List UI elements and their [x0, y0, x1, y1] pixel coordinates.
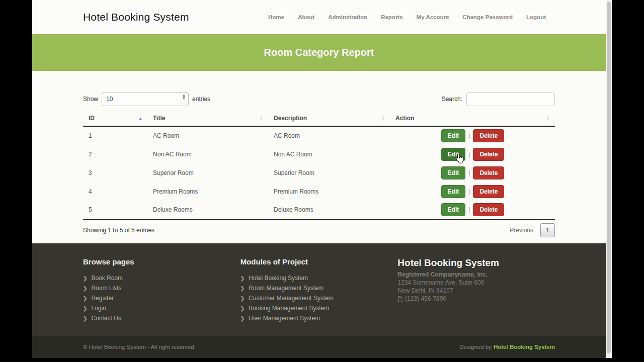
footer-phone: P: (123) 456-7890: [397, 295, 555, 303]
sort-both-icon: ▲▼: [546, 116, 550, 121]
nav-change-password[interactable]: Change Password: [462, 14, 513, 20]
action-separator: |: [468, 132, 470, 139]
cell-action: Edit|Delete: [390, 201, 555, 219]
footer-link-customer-management[interactable]: ❯Customer Management System: [240, 293, 398, 303]
sort-both-icon: ▲▼: [260, 116, 263, 121]
footer-link-contact-us[interactable]: ❯Contact Us: [83, 313, 240, 323]
footer-link-hotel-booking-system[interactable]: ❯Hotel Booking System: [240, 273, 398, 283]
chevron-right-icon: ❯: [83, 296, 87, 301]
delete-button[interactable]: Delete: [473, 148, 504, 161]
designer-link[interactable]: Hotel Booking System: [494, 344, 555, 350]
entries-select[interactable]: 10: [102, 92, 189, 106]
cell-id: 1: [83, 126, 147, 145]
copyright-text: © Hotel Booking System - All right reser…: [83, 344, 194, 350]
edit-button[interactable]: Edit: [441, 129, 466, 142]
chevron-right-icon: ❯: [83, 306, 87, 311]
action-separator: |: [468, 169, 470, 176]
cell-action: Edit|Delete: [390, 163, 555, 182]
entries-label: entries: [192, 96, 210, 103]
cell-title: AC Room: [147, 126, 268, 145]
sort-asc-icon: ▲: [138, 116, 142, 121]
table-footer: Showing 1 to 5 of 5 entries Previous 1: [83, 222, 555, 238]
chevron-right-icon: ❯: [240, 286, 245, 291]
delete-button[interactable]: Delete: [473, 129, 504, 142]
show-label: Show: [83, 96, 98, 103]
scrollbar-thumb[interactable]: [607, 2, 611, 353]
cell-action: Edit|Delete: [390, 145, 555, 163]
chevron-right-icon: ❯: [240, 316, 245, 321]
column-header-action[interactable]: Action▲▼: [390, 112, 555, 126]
table-header-row: ID▲ Title▲▼ Description▲▼ Action▲▼: [83, 112, 555, 126]
footer-link-room-lists[interactable]: ❯Room Lists: [83, 283, 240, 293]
footer-company-title: Hotel Booking System: [397, 257, 555, 268]
nav-my-account[interactable]: My Account: [417, 14, 449, 20]
chevron-right-icon: ❯: [83, 286, 87, 291]
search-label: Search:: [442, 96, 462, 103]
copyright-bar: © Hotel Booking System - All right reser…: [32, 336, 606, 358]
footer-link-booking-management[interactable]: ❯Booking Management System: [240, 303, 398, 313]
action-separator: |: [468, 151, 470, 158]
nav-home[interactable]: Home: [268, 14, 284, 20]
footer-link-login[interactable]: ❯Login: [83, 303, 240, 313]
column-header-title[interactable]: Title▲▼: [147, 112, 268, 126]
table-toolbar: Show 10 ▲▼ entries Search:: [83, 92, 555, 106]
letterbox-bottom: [0, 358, 644, 362]
cell-description: Superior Room: [268, 163, 390, 182]
edit-button[interactable]: Edit: [441, 185, 466, 198]
table-row: 1 AC Room AC Room Edit|Delete: [83, 126, 555, 145]
cell-description: Deluxe Rooms: [268, 201, 390, 219]
cell-id: 5: [83, 201, 147, 219]
footer-modules: Modules of Project ❯Hotel Booking System…: [240, 257, 398, 323]
search-input[interactable]: [466, 93, 555, 106]
page-1-button[interactable]: 1: [540, 223, 555, 237]
action-separator: |: [468, 206, 470, 213]
footer-heading: Browse pages: [83, 257, 240, 266]
edit-button[interactable]: Edit: [441, 148, 466, 161]
action-separator: |: [468, 188, 470, 195]
delete-button[interactable]: Delete: [473, 166, 504, 179]
cell-title: Deluxe Rooms: [147, 201, 268, 219]
edit-button[interactable]: Edit: [441, 203, 466, 216]
site-header: Hotel Booking System Home About Adminstr…: [32, 0, 606, 34]
brand-logo[interactable]: Hotel Booking System: [83, 11, 189, 23]
entries-info: Showing 1 to 5 of 5 entries: [83, 227, 154, 234]
page-title: Room Category Report: [264, 47, 374, 58]
footer: Browse pages ❯Book Room ❯Room Lists ❯Reg…: [32, 243, 606, 336]
chevron-right-icon: ❯: [83, 276, 87, 281]
table-row: 4 Premium Rooms Premium Rooms Edit|Delet…: [83, 182, 555, 201]
previous-button[interactable]: Previous: [510, 227, 533, 234]
nav-reports[interactable]: Reports: [381, 14, 403, 20]
footer-link-register[interactable]: ❯Register: [83, 293, 240, 303]
chevron-right-icon: ❯: [83, 316, 87, 321]
nav-administration[interactable]: Adminstration: [328, 14, 367, 20]
footer-address-line2: New Delhi, IN 94107: [397, 287, 555, 295]
chevron-right-icon: ❯: [240, 296, 245, 301]
column-header-description[interactable]: Description▲▼: [268, 112, 390, 126]
footer-link-user-management[interactable]: ❯User Management System: [240, 313, 398, 323]
table-row: 3 Superior Room Superior Room Edit|Delet…: [83, 163, 555, 182]
scrollbar-track[interactable]: [606, 0, 612, 358]
delete-button[interactable]: Delete: [473, 203, 504, 216]
footer-link-book-room[interactable]: ❯Book Room: [83, 273, 240, 283]
cell-description: Non AC Room: [268, 145, 390, 163]
column-header-id[interactable]: ID▲: [83, 112, 147, 126]
nav-logout[interactable]: Logout: [526, 14, 546, 20]
cell-description: Premium Rooms: [268, 182, 390, 201]
footer-address-line1: 1234 Somename Ave, Suite 600: [397, 279, 555, 287]
nav-about[interactable]: About: [298, 14, 314, 20]
footer-link-room-management[interactable]: ❯Room Management System: [240, 283, 398, 293]
pagination: Previous 1: [510, 223, 555, 237]
main-content: Show 10 ▲▼ entries Search:: [32, 71, 606, 243]
main-nav: Home About Adminstration Reports My Acco…: [268, 14, 555, 20]
footer-heading: Modules of Project: [240, 257, 398, 266]
delete-button[interactable]: Delete: [473, 185, 504, 198]
table-row: 5 Deluxe Rooms Deluxe Rooms Edit|Delete: [83, 201, 555, 219]
edit-button[interactable]: Edit: [441, 166, 466, 179]
table-row: 2 Non AC Room Non AC Room Edit|Delete: [83, 145, 555, 163]
cell-id: 3: [83, 163, 147, 182]
sort-both-icon: ▲▼: [381, 116, 385, 121]
cell-id: 2: [83, 145, 147, 163]
cell-title: Premium Rooms: [147, 182, 268, 201]
chevron-right-icon: ❯: [240, 276, 245, 281]
letterbox-stage: Hotel Booking System Home About Adminstr…: [0, 0, 644, 362]
